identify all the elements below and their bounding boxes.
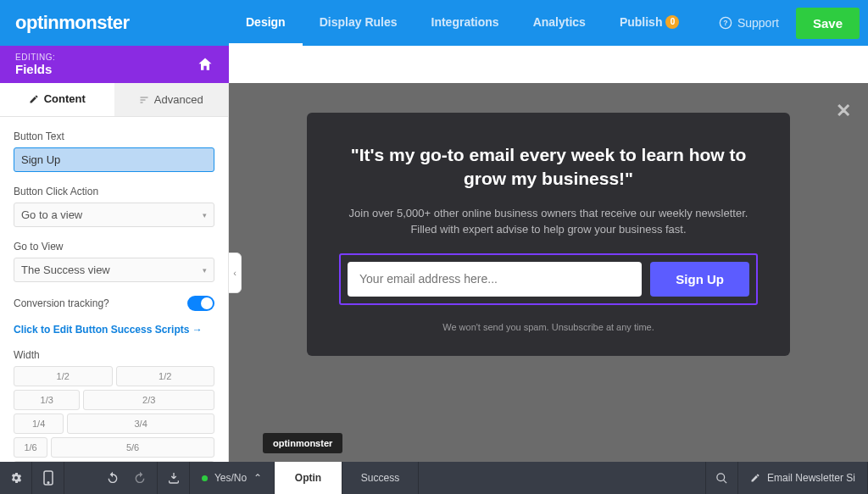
canvas-wrap: ‹ ✕ "It's my go-to email every week to l… <box>229 46 868 462</box>
gear-icon <box>9 471 23 485</box>
home-icon[interactable] <box>197 56 214 73</box>
email-input[interactable] <box>348 262 642 297</box>
sidebar-tab-advanced-label: Advanced <box>154 93 203 106</box>
nav-tabs: Design Display Rules Integrations Analyt… <box>229 0 696 46</box>
publish-badge: 0 <box>665 15 679 29</box>
svg-text:?: ? <box>723 19 727 27</box>
edit-success-scripts-link[interactable]: Click to Edit Button Success Scripts → <box>14 324 203 336</box>
status-dot-icon <box>202 475 208 481</box>
nav-tab-publish-label: Publish <box>620 15 663 29</box>
nav-tab-design[interactable]: Design <box>229 0 303 46</box>
mobile-icon <box>43 470 53 486</box>
width-option-three-quarters[interactable]: 3/4 <box>67 414 214 434</box>
redo-button[interactable] <box>133 471 147 485</box>
conversion-tracking-label: Conversion tracking? <box>14 297 109 309</box>
redo-icon <box>133 471 147 485</box>
import-button[interactable] <box>158 462 190 494</box>
help-icon: ? <box>719 16 732 30</box>
width-option-five-sixths[interactable]: 5/6 <box>51 437 214 458</box>
signup-button[interactable]: Sign Up <box>650 262 749 297</box>
width-option-full[interactable]: 100% <box>14 461 214 462</box>
signup-row: Sign Up <box>339 253 758 305</box>
go-to-view-label: Go to View <box>14 241 214 253</box>
bottom-bar: Yes/No ⌃ Optin Success Email Newsletter … <box>0 462 868 494</box>
width-option-two-thirds[interactable]: 2/3 <box>83 390 214 410</box>
svg-point-4 <box>717 473 725 480</box>
mobile-preview-button[interactable] <box>32 462 64 494</box>
nav-right: ? Support Save <box>709 8 868 39</box>
sidebar-tab-content[interactable]: Content <box>0 83 114 116</box>
nav-tab-publish[interactable]: Publish 0 <box>603 0 697 46</box>
top-nav: optinmonster Design Display Rules Integr… <box>0 0 868 46</box>
undo-button[interactable] <box>106 471 120 485</box>
canvas: ‹ ✕ "It's my go-to email every week to l… <box>229 83 868 462</box>
width-option-quarter[interactable]: 1/4 <box>14 414 64 434</box>
editing-bar: EDITING: Fields <box>0 46 229 83</box>
svg-line-5 <box>723 480 726 483</box>
svg-point-3 <box>47 482 49 484</box>
conversion-tracking-toggle[interactable] <box>187 296 214 311</box>
button-click-action-label: Button Click Action <box>14 186 214 197</box>
editing-title: Fields <box>15 62 55 76</box>
width-option-half-left[interactable]: 1/2 <box>14 366 113 386</box>
editing-label: EDITING: <box>15 53 55 62</box>
button-text-input[interactable] <box>14 147 214 172</box>
bottom-spacer <box>419 462 706 494</box>
canvas-top-strip <box>229 46 868 83</box>
search-icon <box>715 472 728 485</box>
undo-icon <box>106 471 120 485</box>
step-yesno-label: Yes/No <box>214 472 247 484</box>
go-to-view-select[interactable]: The Success view <box>14 258 214 282</box>
sidebar-tab-content-label: Content <box>44 92 86 105</box>
popup-headline[interactable]: "It's my go-to email every week to learn… <box>339 143 758 191</box>
sidebar-body: Button Text Button Click Action Go to a … <box>0 117 228 462</box>
pencil-icon <box>29 94 39 104</box>
width-option-third[interactable]: 1/3 <box>14 390 80 410</box>
popup-subtext[interactable]: Join over 5,000+ other online business o… <box>339 205 758 238</box>
width-option-half-right[interactable]: 1/2 <box>116 366 215 386</box>
campaign-name[interactable]: Email Newsletter Si <box>738 462 868 494</box>
download-icon <box>167 471 181 485</box>
sliders-icon <box>139 95 149 105</box>
button-text-label: Button Text <box>14 130 214 142</box>
main-area: EDITING: Fields Content Advanced <box>0 46 868 462</box>
step-yesno[interactable]: Yes/No ⌃ <box>190 462 275 494</box>
close-icon[interactable]: ✕ <box>836 100 851 122</box>
nav-tab-integrations[interactable]: Integrations <box>415 0 516 46</box>
chevron-up-icon: ⌃ <box>253 472 262 484</box>
button-click-action-select[interactable]: Go to a view <box>14 203 214 227</box>
sidebar-tab-advanced[interactable]: Advanced <box>114 83 229 116</box>
width-option-sixth[interactable]: 1/6 <box>14 437 47 458</box>
sidebar-collapse-handle[interactable]: ‹ <box>228 253 242 293</box>
nav-tab-display-rules[interactable]: Display Rules <box>303 0 415 46</box>
sidebar-tabs: Content Advanced <box>0 83 228 117</box>
optinmonster-badge: optinmonster <box>263 433 342 453</box>
settings-button[interactable] <box>0 462 32 494</box>
support-link[interactable]: ? Support <box>709 16 789 30</box>
search-button[interactable] <box>706 462 738 494</box>
nav-tab-analytics[interactable]: Analytics <box>516 0 603 46</box>
step-success[interactable]: Success <box>342 462 419 494</box>
save-button[interactable]: Save <box>796 8 860 39</box>
brand-logo: optinmonster <box>0 12 229 34</box>
step-optin[interactable]: Optin <box>275 462 342 494</box>
width-grid: 1/2 1/2 1/3 2/3 1/4 3/4 1/6 <box>14 366 214 462</box>
sidebar-panel: Content Advanced Button Text Button Clic… <box>0 83 229 462</box>
pencil-icon <box>750 473 760 483</box>
campaign-name-label: Email Newsletter Si <box>767 472 855 484</box>
popup-fineprint[interactable]: We won't send you spam. Unsubscribe at a… <box>339 322 758 332</box>
support-label: Support <box>737 16 779 30</box>
undo-redo-group <box>64 462 158 494</box>
popup-preview: "It's my go-to email every week to learn… <box>307 113 790 356</box>
width-label: Width <box>14 349 214 361</box>
